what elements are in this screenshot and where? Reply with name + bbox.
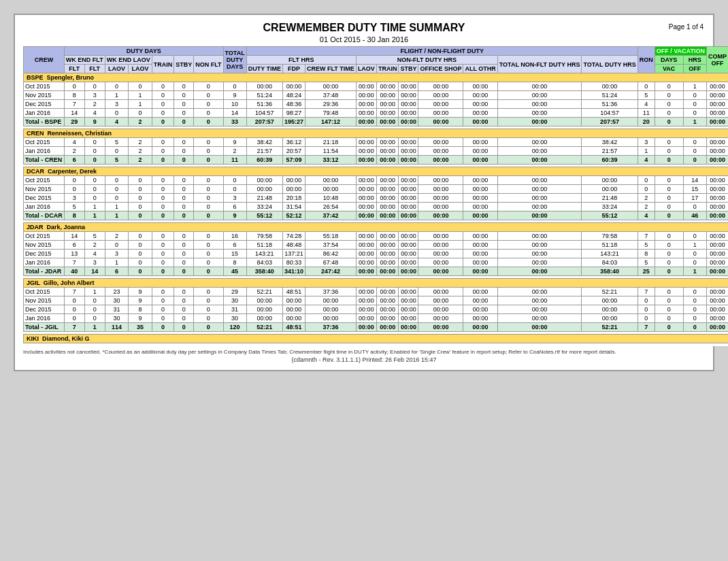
spacer-row <box>24 343 729 346</box>
main-table: CREW DUTY DAYS TOTALDUTYDAYS FLIGHT / NO… <box>23 46 728 346</box>
train-header: TRAIN <box>152 56 174 73</box>
comp-off-header: COMPOFF <box>706 47 728 73</box>
wk-end-flt-header: WK END FLT <box>64 56 105 65</box>
total-row: Total - CREN60520001160:3957:0933:1200:0… <box>24 156 729 165</box>
office-shop-header: OFFICE SHOP <box>418 65 463 73</box>
non-flt-duty-hrs-header: NON-FLT DUTY HRS <box>356 56 497 65</box>
crew-header-row: JDAR Dark, Joanna <box>24 223 729 232</box>
table-row: Oct 20154052000938:4236:1221:1800:0000:0… <box>24 138 729 147</box>
stby-header: STBY <box>174 56 194 73</box>
table-row: Oct 2015145200001679:5874:2855:1800:0000… <box>24 232 729 241</box>
footer: (cdamnth - Rev. 3.11.1.1) Printed: 26 Fe… <box>23 356 705 363</box>
hrs-header: HRS <box>683 56 706 65</box>
crew-header-row: KIKI Diamond, Kiki G <box>24 335 729 343</box>
table-row: Jan 20162002000221:5720:5711:5400:0000:0… <box>24 147 729 156</box>
table-row: Jan 20161440000014104:5798:2779:4800:000… <box>24 109 729 118</box>
all-othr-header: ALL OTHR <box>463 65 497 73</box>
col-crew-header: CREW <box>24 47 65 73</box>
table-row: Jan 20165110000633:2431:5426:5400:0000:0… <box>24 203 729 211</box>
report-page: CREWMEMBER DUTY TIME SUMMARY 01 Oct 2015… <box>14 14 714 371</box>
crew-header-row: CREN Renneissen, Christian <box>24 129 729 138</box>
table-row: Dec 20151343000015143:21137:2186:4200:00… <box>24 250 729 258</box>
crew-flt-time-header: CREW FLT TIME <box>305 65 357 73</box>
table-row: Oct 20150000000000:0000:0000:0000:0000:0… <box>24 176 729 185</box>
vac-header: VAC <box>655 65 683 73</box>
report-subtitle: 01 Oct 2015 - 30 Jan 2016 <box>23 35 705 44</box>
page-number: Page 1 of 4 <box>669 23 704 31</box>
total-row: Total - DCAR8110000955:1252:1237:4200:00… <box>24 211 729 220</box>
wkend-laov-sub: LAOV <box>129 65 152 73</box>
laov-header: LAOV <box>105 65 129 73</box>
table-row: Nov 20150000000000:0000:0000:0000:0000:0… <box>24 185 729 194</box>
table-row: Nov 2015003090003000:0000:0000:0000:0000… <box>24 296 729 305</box>
wk-end-laov-header: WK END LAOV <box>105 56 152 65</box>
total-non-flt-header: TOTAL NON-FLT DUTY HRS <box>497 56 582 73</box>
table-row: Jan 20167310000884:0380:3367:4800:0000:0… <box>24 258 729 267</box>
duty-days-header: DUTY DAYS <box>64 47 223 56</box>
crew-header-row: BSPE Spengler, Bruno <box>24 73 729 82</box>
table-row: Jan 2016003090003000:0000:0000:0000:0000… <box>24 314 729 323</box>
flight-non-flight-header: FLIGHT / NON-FLIGHT DUTY <box>246 47 638 56</box>
laov2-header: LAOV <box>356 65 376 73</box>
ron-header: RON <box>638 47 655 73</box>
train2-header: TRAIN <box>376 65 399 73</box>
days-header: DAYS <box>655 56 683 65</box>
total-row: Total - JGIL711143500012052:2148:5137:36… <box>24 323 729 332</box>
table-row: Dec 2015003180003100:0000:0000:0000:0000… <box>24 305 729 314</box>
crew-header-row: JGIL Gillo, John Albert <box>24 279 729 288</box>
total-row: Total - JDAR40146000045358:40341:10247:4… <box>24 267 729 276</box>
flt-header: FLT <box>64 65 84 73</box>
report-title: CREWMEMBER DUTY TIME SUMMARY <box>23 22 705 34</box>
duty-time-header: DUTY TIME <box>246 65 282 73</box>
stby2-header: STBY <box>399 65 418 73</box>
table-row: Oct 2015712390002952:2148:5137:3600:0000… <box>24 288 729 296</box>
flt-hrs-header: FLT HRS <box>246 56 356 65</box>
off-header: OFF <box>683 65 706 73</box>
fdp-header: FDP <box>283 65 305 73</box>
total-duty-hrs-header: TOTAL DUTY HRS <box>582 56 638 73</box>
table-row: Dec 201572310001051:3648:3629:3600:0000:… <box>24 100 729 109</box>
table-row: Nov 20156200000651:1848:4837:5400:0000:0… <box>24 241 729 250</box>
table-row: Nov 20158311000951:2448:2437:4800:0000:0… <box>24 91 729 100</box>
table-row: Oct 20150000000000:0000:0000:0000:0000:0… <box>24 82 729 91</box>
crew-header-row: DCAR Carpenter, Derek <box>24 167 729 176</box>
off-vac-header: OFF / VACATION <box>655 47 706 56</box>
total-row: Total - BSPE2994200033207:57195:27147:12… <box>24 118 729 126</box>
table-row: Dec 20153000000321:4820:1810:4800:0000:0… <box>24 194 729 203</box>
total-duty-days-header: TOTALDUTYDAYS <box>223 47 246 73</box>
non-flt-header: NON FLT <box>194 56 223 73</box>
wkend-flt-sub: FLT <box>84 65 105 73</box>
footnote: Includes activities not cancelled. *Coun… <box>23 349 705 355</box>
